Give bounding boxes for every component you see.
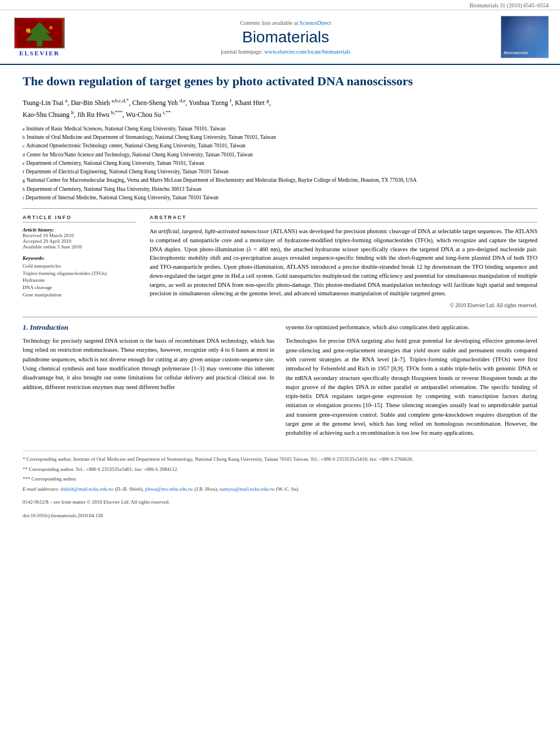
elsevier-tree-image — [14, 18, 65, 49]
footnotes: * Corresponding author. Institute of Ora… — [23, 451, 537, 519]
main-content: The down regulation of target genes by p… — [0, 65, 560, 528]
article-title: The down regulation of target genes by p… — [23, 73, 537, 90]
received-date: Received 10 March 2010 — [23, 233, 135, 238]
email1-link: dshieh@mail.ncku.edu.tw — [60, 486, 113, 492]
article-info-abstract-section: ARTICLE INFO Article history: Received 1… — [23, 215, 537, 308]
affiliation-g: gNational Center for Macromolecular Imag… — [23, 176, 537, 184]
svg-point-3 — [49, 26, 53, 29]
footnote-star3: *** Corresponding author. — [23, 475, 537, 483]
section1-title: 1. Introduction — [23, 323, 274, 332]
citation-bar: Biomaterials 31 (2010) 6545–6554 — [0, 0, 560, 10]
keyword-gene: Gene manipulation — [23, 291, 135, 299]
copyright-line: © 2010 Elsevier Ltd. All rights reserved… — [150, 303, 537, 308]
footnote-star1: * Corresponding author. Institute of Ora… — [23, 456, 537, 464]
history-label: Article history: — [23, 227, 135, 233]
abstract-heading: ABSTRACT — [150, 215, 537, 222]
journal-title: Biomaterials — [76, 28, 495, 46]
accepted-date: Accepted 29 April 2010 — [23, 238, 135, 244]
affiliation-e: eDepartment of Chemistry, National Cheng… — [23, 159, 537, 167]
biomaterials-logo-text: Biomaterials — [504, 50, 528, 55]
divider-1 — [23, 208, 537, 209]
keyword-tfo: Triplex-forming oligonucleotides (TFOs) — [23, 270, 135, 277]
email3-link: sumysu@mail.ncku.edu.tw — [220, 486, 275, 492]
affiliation-h: hDepartment of Chemistry, National Tsing… — [23, 185, 537, 193]
biomaterials-logo-area: Biomaterials — [501, 16, 552, 58]
homepage-link[interactable]: www.elsevier.com/locate/biomaterials — [264, 49, 351, 55]
body-two-col: 1. Introduction Technology for precisely… — [23, 323, 537, 442]
body-col-right: systems for optimized performance, which… — [286, 323, 537, 442]
authors-line: Tsung-Lin Tsai a, Dar-Bin Shieh a,b,c,d,… — [23, 97, 537, 120]
sciencedirect-line: Contents lists available at ScienceDirec… — [76, 20, 495, 26]
affiliation-c: cAdvanced Optoelectronic Technology cent… — [23, 142, 537, 150]
affiliation-i: iDepartment of Internal Medicine, Nation… — [23, 194, 537, 202]
affiliation-b: bInstitute of Oral Medicine and Departme… — [23, 133, 537, 141]
body-col-left: 1. Introduction Technology for precisely… — [23, 323, 274, 442]
body-para-2: systems for optimized performance, which… — [286, 323, 537, 332]
keyword-dna: DNA cleavage — [23, 284, 135, 291]
affiliation-f: fDepartment of Electrical Engineering, N… — [23, 168, 537, 176]
biomaterials-logo-image: Biomaterials — [501, 16, 549, 58]
affiliations: aInstitute of Basic Medical Sciences, Na… — [23, 125, 537, 202]
body-content: 1. Introduction Technology for precisely… — [23, 317, 537, 442]
body-para-3: Technologies for precise DNA targeting a… — [286, 337, 537, 438]
body-para-1: Technology for precisely targeted DNA sc… — [23, 337, 274, 392]
svg-point-2 — [26, 28, 30, 33]
article-info-heading: ARTICLE INFO — [23, 215, 135, 222]
doi-line: doi:10.1016/j.biomaterials.2010.04.158 — [23, 512, 537, 520]
footnote-emails: E-mail addresses: dshieh@mail.ncku.edu.t… — [23, 486, 537, 493]
journal-center: Contents lists available at ScienceDirec… — [76, 20, 495, 55]
keyword-hydrazone: Hydrazone — [23, 277, 135, 284]
keywords-label: Keywords: — [23, 255, 135, 261]
affiliation-d: dCenter for Micro/Nano Science and Techn… — [23, 151, 537, 159]
article-info-column: ARTICLE INFO Article history: Received 1… — [23, 215, 135, 308]
journal-homepage: journal homepage: www.elsevier.com/locat… — [76, 49, 495, 55]
affiliation-a: aInstitute of Basic Medical Sciences, Na… — [23, 125, 537, 133]
abstract-column: ABSTRACT An artificial, targeted, light-… — [150, 215, 537, 308]
available-date: Available online 3 June 2010 — [23, 244, 135, 250]
sciencedirect-link[interactable]: ScienceDirect — [299, 20, 331, 26]
email2-link: jrhwu@mx.nthu.edu.tw — [145, 486, 194, 492]
citation-text: Biomaterials 31 (2010) 6545–6554 — [470, 2, 549, 8]
keyword-gold: Gold nanoparticles — [23, 263, 135, 270]
abstract-text: An artificial, targeted, light-activated… — [150, 227, 537, 298]
journal-header: ELSEVIER Contents lists available at Sci… — [0, 10, 560, 65]
issn-line: 0142-9612/$ – see front matter © 2010 El… — [23, 499, 537, 506]
footnote-star2: ** Corresponding author. Tel.: +886 6 23… — [23, 466, 537, 474]
elsevier-label-text: ELSEVIER — [19, 50, 60, 56]
elsevier-logo-area: ELSEVIER — [8, 18, 71, 56]
